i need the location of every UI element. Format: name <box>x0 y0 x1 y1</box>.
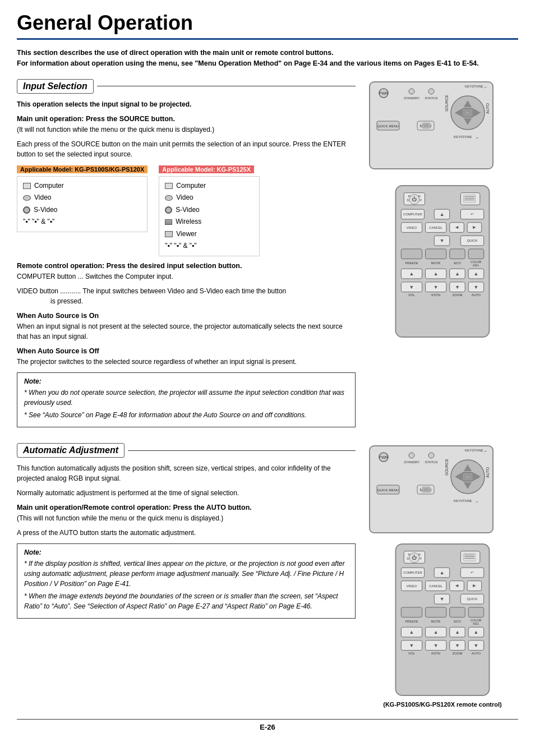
auto-adj-note-title: Note: <box>24 548 348 556</box>
auto-adj-main-body: A press of the AUTO button starts the au… <box>17 528 356 538</box>
svg-text:FREEZE: FREEZE <box>405 261 418 265</box>
svg-text:KEYSTONE: KEYSTONE <box>454 499 472 503</box>
input-selection-section: Input Selection This operation selects t… <box>17 79 518 434</box>
intro-line2: For information about operation using th… <box>17 58 518 69</box>
main-unit-note: (It will not function while the menu or … <box>17 125 356 135</box>
svg-text:▼: ▼ <box>455 284 460 289</box>
svg-text:▼: ▼ <box>455 643 460 648</box>
svg-text:STATUS: STATUS <box>425 460 438 464</box>
svg-text:AUTO: AUTO <box>486 467 490 478</box>
remote-control-svg: POWER STANDBY ⏻ MENU COMPUTER ▲ ↵ VIDEO … <box>389 183 496 340</box>
model2-svideo: S-Video <box>165 204 253 216</box>
model2-inputs: Computer Video S-Video Wireless <box>159 176 260 257</box>
svg-text:KSTN: KSTN <box>431 293 440 297</box>
remote-caption: (KG-PS100S/KG-PS120X remote control) <box>367 701 518 708</box>
svg-text:►: ► <box>472 583 477 588</box>
model1-computer: Computer <box>23 180 141 192</box>
wireless-icon <box>165 219 172 225</box>
svg-text:SOURCE: SOURCE <box>445 94 449 111</box>
auto-source-off-body: The projector switches to the selected s… <box>17 357 356 367</box>
auto-source-on-heading: When Auto Source is On <box>17 312 356 320</box>
auto-adj-main: Automatic Adjustment This function autom… <box>17 443 356 708</box>
svg-text:ECO: ECO <box>454 620 461 623</box>
svg-text:QUICK: QUICK <box>467 239 478 242</box>
remote-video: VIDEO button ........... The input switc… <box>17 286 356 306</box>
svg-point-92 <box>428 453 434 458</box>
auto-adj-section: Automatic Adjustment This function autom… <box>17 443 518 708</box>
svg-text:▲: ▲ <box>433 271 439 276</box>
svg-text:COMPUTER: COMPUTER <box>403 571 422 574</box>
svg-text:VOL: VOL <box>408 293 415 297</box>
remote-heading: Remote control operation: Press the desi… <box>17 262 356 270</box>
svg-text:SOURCE: SOURCE <box>445 459 449 476</box>
svg-text:CANCEL: CANCEL <box>429 584 443 588</box>
svg-text:▲: ▲ <box>474 629 479 635</box>
input-selection-side: PWR STANDBY STATUS KEYSTONE ⌐ ← SOURCE <box>367 79 518 434</box>
auto-adj-header-line <box>128 450 356 451</box>
model2-box: Applicable Model: KG-PS125X Computer Vid… <box>159 165 260 257</box>
svg-text:PWR: PWR <box>379 455 388 459</box>
svg-text:▼: ▼ <box>433 284 439 289</box>
svg-text:◄: ◄ <box>454 583 459 588</box>
svideo-icon2 <box>165 206 172 214</box>
svg-text:AUTO: AUTO <box>472 293 481 297</box>
video-icon2 <box>165 195 173 201</box>
projector-top-panel-2: PWR STANDBY STATUS KEYSTONE ⌐ ← SOURCE A… <box>367 443 496 536</box>
svg-text:AUTO: AUTO <box>486 103 490 114</box>
model1-svideo: S-Video <box>23 204 141 216</box>
auto-adj-note-line1: * If the display position is shifted, ve… <box>24 559 348 589</box>
svg-text:AUTO: AUTO <box>472 652 481 655</box>
remote-computer: COMPUTER button ... Switches the Compute… <box>17 271 356 282</box>
auto-source-off-heading: When Auto Source is Off <box>17 347 356 355</box>
svg-text:KEYSTONE: KEYSTONE <box>465 449 483 452</box>
remote-control-svg-2: POWER STANDBY ⏻ MENU COMPUTER ▲ ↵ VIDEO … <box>389 541 496 698</box>
main-unit-body: Each press of the SOURCE button on the m… <box>17 139 356 159</box>
input-note-title: Note: <box>24 377 348 385</box>
svg-text:▲: ▲ <box>440 570 445 575</box>
auto-adj-note-box: Note: * If the display position is shift… <box>17 543 356 619</box>
computer-icon2 <box>165 183 173 189</box>
svg-text:▲: ▲ <box>440 211 445 216</box>
svg-text:FREEZE: FREEZE <box>405 620 418 623</box>
svg-rect-145 <box>401 607 422 617</box>
intro-line1: This section describes the use of direct… <box>17 48 518 58</box>
svg-text:ECO: ECO <box>454 261 461 265</box>
svg-text:◄: ◄ <box>454 224 459 229</box>
svg-text:ZOOM: ZOOM <box>453 652 463 655</box>
svg-text:▼: ▼ <box>474 643 479 648</box>
input-selection-main: Input Selection This operation selects t… <box>17 79 356 434</box>
svg-text:⏻: ⏻ <box>412 196 417 202</box>
svg-text:CANCEL: CANCEL <box>429 225 443 229</box>
svg-text:VOL: VOL <box>408 652 415 655</box>
svg-text:PWR: PWR <box>379 91 388 95</box>
svg-text:STANDBY: STANDBY <box>404 96 419 100</box>
model2-viewer: Viewer <box>165 228 253 241</box>
svg-rect-61 <box>468 248 484 259</box>
input-note-box: Note: * When you do not operate source s… <box>17 372 356 427</box>
model1-list: Computer Video S-Video "▪" "▪" & "▪" <box>23 180 141 228</box>
input-selection-heading: Input Selection <box>17 79 94 94</box>
svg-text:⌐: ⌐ <box>476 136 478 140</box>
svg-rect-146 <box>426 607 446 617</box>
svg-text:▼: ▼ <box>440 238 445 243</box>
svg-text:▼: ▼ <box>474 284 479 289</box>
projector-top-panel: PWR STANDBY STATUS KEYSTONE ⌐ ← SOURCE <box>367 79 496 172</box>
svg-text:⌐: ⌐ <box>485 85 487 89</box>
svg-text:▼: ▼ <box>433 643 439 648</box>
svideo-icon <box>23 206 30 214</box>
svg-rect-148 <box>468 607 484 617</box>
auto-adj-body2: Normally automatic adjustment is perform… <box>17 488 356 498</box>
intro-block: This section describes the use of direct… <box>17 48 518 69</box>
svg-point-5 <box>428 89 434 94</box>
model1-video: Video <box>23 192 141 204</box>
svg-text:▲: ▲ <box>455 271 460 276</box>
auto-adj-header: Automatic Adjustment <box>17 443 356 458</box>
svg-text:↵: ↵ <box>471 570 474 574</box>
model1-box: Applicable Model: KG-PS100S/KG-PS120X Co… <box>17 165 147 257</box>
svg-rect-147 <box>450 607 465 617</box>
svg-rect-59 <box>426 248 446 259</box>
svg-text:QUICK MENU: QUICK MENU <box>377 488 399 492</box>
input-selection-header: Input Selection <box>17 79 356 94</box>
model2-list: Computer Video S-Video Wireless <box>165 180 253 253</box>
svg-text:▲: ▲ <box>455 629 460 635</box>
